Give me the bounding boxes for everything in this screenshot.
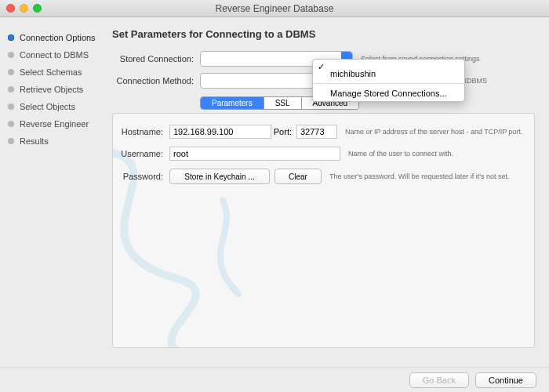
stored-connection-label: Stored Connection: xyxy=(112,54,200,64)
password-hint: The user's password. Will be requested l… xyxy=(329,172,526,180)
step-connect-dbms[interactable]: Connect to DBMS xyxy=(8,50,101,60)
step-label: Reverse Engineer xyxy=(20,119,89,129)
stored-connection-dropdown: michibushin Manage Stored Connections... xyxy=(312,59,465,102)
step-label: Select Schemas xyxy=(20,67,82,77)
hostname-hint: Name or IP address of the server host - … xyxy=(345,128,526,136)
password-label: Password: xyxy=(121,172,169,181)
maximize-icon[interactable] xyxy=(33,4,42,13)
step-reverse-engineer[interactable]: Reverse Engineer xyxy=(8,119,101,129)
connection-method-label: Connection Method: xyxy=(112,76,200,85)
page-title: Set Parameters for Connecting to a DBMS xyxy=(112,28,535,40)
tab-parameters[interactable]: Parameters xyxy=(201,97,264,109)
minimize-icon[interactable] xyxy=(20,4,28,13)
step-label: Select Objects xyxy=(20,102,75,111)
store-keychain-button[interactable]: Store in Keychain ... xyxy=(169,169,270,184)
step-select-schemas[interactable]: Select Schemas xyxy=(8,67,101,77)
username-input[interactable] xyxy=(169,147,340,161)
dropdown-item-manage[interactable]: Manage Stored Connections... xyxy=(313,85,464,101)
username-label: Username: xyxy=(121,149,169,158)
dropdown-item-blank[interactable] xyxy=(313,60,464,66)
go-back-button[interactable]: Go Back xyxy=(409,372,469,388)
step-label: Connection Options xyxy=(20,33,96,42)
dropdown-item-michibushin[interactable]: michibushin xyxy=(313,66,464,82)
close-icon[interactable] xyxy=(6,4,15,13)
step-retrieve-objects[interactable]: Retrieve Objects xyxy=(8,85,101,94)
clear-password-button[interactable]: Clear xyxy=(274,169,322,184)
window-title: Reverse Engineer Database xyxy=(0,3,549,14)
dropdown-divider xyxy=(313,83,464,84)
titlebar: Reverse Engineer Database xyxy=(0,0,549,17)
main-panel: Set Parameters for Connecting to a DBMS … xyxy=(106,17,549,367)
step-results[interactable]: Results xyxy=(8,136,101,146)
port-label: Port: xyxy=(271,127,296,136)
step-label: Retrieve Objects xyxy=(20,85,83,94)
window-controls xyxy=(6,4,42,13)
hostname-label: Hostname: xyxy=(121,127,169,136)
wizard-sidebar: Connection Options Connect to DBMS Selec… xyxy=(0,17,106,367)
continue-button[interactable]: Continue xyxy=(475,372,536,388)
step-label: Results xyxy=(20,136,49,146)
step-select-objects[interactable]: Select Objects xyxy=(8,102,101,111)
parameters-panel: Hostname: Port: Name or IP address of th… xyxy=(112,113,535,348)
step-connection-options[interactable]: Connection Options xyxy=(8,33,101,42)
footer-bar: Go Back Continue xyxy=(0,367,549,392)
port-input[interactable] xyxy=(296,125,337,139)
step-label: Connect to DBMS xyxy=(20,50,89,60)
tab-ssl[interactable]: SSL xyxy=(264,97,302,109)
hostname-input[interactable] xyxy=(169,125,271,139)
username-hint: Name of the user to connect with. xyxy=(348,150,526,158)
